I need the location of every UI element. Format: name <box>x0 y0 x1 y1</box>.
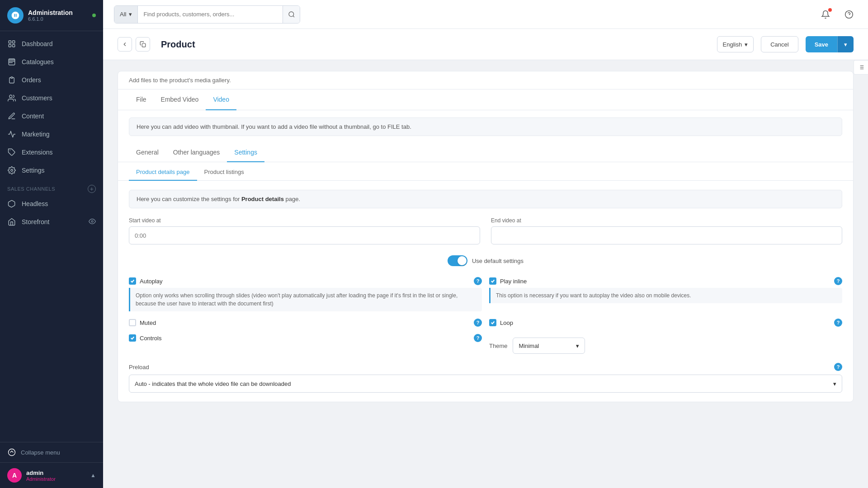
muted-help-icon[interactable]: ? <box>474 319 482 327</box>
language-select[interactable]: English ▾ <box>717 36 754 52</box>
online-indicator <box>92 14 96 17</box>
muted-header: Muted ? <box>129 319 482 327</box>
search-input[interactable] <box>138 6 283 23</box>
tab-product-listings[interactable]: Product listings <box>197 164 251 181</box>
theme-option: Theme Minimal ▾ <box>489 334 842 354</box>
bold-text: Product details <box>241 196 284 202</box>
back-btn[interactable] <box>118 37 132 52</box>
loop-header: Loop ? <box>489 319 842 327</box>
tab-video[interactable]: Video <box>206 89 236 110</box>
sidebar-item-customers[interactable]: Customers <box>0 89 103 107</box>
storefront-eye-icon[interactable] <box>89 218 96 226</box>
notifications-btn[interactable] <box>817 6 834 23</box>
autoplay-desc: Option only works when scrolling through… <box>129 288 482 311</box>
sidebar-item-storefront[interactable]: Storefront <box>0 213 103 231</box>
end-video-input[interactable] <box>491 226 842 244</box>
preload-help-icon[interactable]: ? <box>834 363 842 371</box>
tab-product-details[interactable]: Product details page <box>129 164 197 181</box>
sidebar-item-catalogues[interactable]: Catalogues <box>0 53 103 71</box>
settings-tabs: General Other languages Settings <box>118 143 853 162</box>
sidebar-item-content[interactable]: Content <box>0 107 103 125</box>
default-settings-toggle[interactable] <box>448 255 467 266</box>
controls-help-icon[interactable]: ? <box>474 334 482 342</box>
sidebar-item-headless[interactable]: Headless <box>0 195 103 213</box>
play-inline-option: Play inline ? This option is necessary i… <box>489 277 842 311</box>
tab-general[interactable]: General <box>129 143 166 162</box>
tab-embed-video[interactable]: Embed Video <box>154 89 206 110</box>
sidebar-item-extensions[interactable]: Extensions <box>0 143 103 161</box>
preload-section: Preload ? Auto - indicates that the whol… <box>129 363 842 393</box>
sidebar-item-label: Marketing <box>22 131 49 138</box>
sidebar-header: Administration 6.6.1.0 <box>0 0 103 31</box>
sidebar-item-orders[interactable]: Orders <box>0 71 103 89</box>
topbar-actions <box>817 6 857 23</box>
cancel-button[interactable]: Cancel <box>761 36 798 52</box>
loop-help-icon[interactable]: ? <box>834 319 842 327</box>
controls-checkbox[interactable] <box>129 334 136 342</box>
theme-chevron-icon: ▾ <box>576 343 579 349</box>
notification-badge <box>828 8 832 12</box>
muted-label: Muted <box>140 319 156 326</box>
preload-select[interactable]: Auto - indicates that the whole video fi… <box>129 375 842 393</box>
sidebar-item-marketing[interactable]: Marketing <box>0 125 103 143</box>
play-inline-label: Play inline <box>500 278 527 285</box>
play-inline-help-icon[interactable]: ? <box>834 277 842 285</box>
theme-label: Theme <box>489 343 507 349</box>
svg-rect-2 <box>9 45 11 47</box>
app-logo <box>7 7 24 23</box>
search-btn[interactable] <box>283 6 300 23</box>
autoplay-checkbox[interactable] <box>129 277 136 285</box>
brand-name: Administration <box>28 9 73 16</box>
start-video-input[interactable] <box>129 226 480 244</box>
catalogues-icon <box>7 57 16 66</box>
end-video-field: End video at <box>491 217 842 244</box>
sidebar-item-label: Content <box>22 113 44 120</box>
loop-checkbox[interactable] <box>489 319 496 326</box>
copy-btn[interactable] <box>136 37 150 52</box>
sidebar-item-label: Storefront <box>22 218 49 225</box>
page-title: Product <box>161 39 710 50</box>
muted-checkbox[interactable] <box>129 319 136 326</box>
play-inline-desc: This option is necessary if you want to … <box>489 288 842 303</box>
brand-version: 6.6.1.0 <box>28 16 73 22</box>
svg-point-9 <box>289 12 294 17</box>
save-dropdown-icon: ▾ <box>844 41 847 48</box>
options-grid: Autoplay ? Option only works when scroll… <box>129 277 842 354</box>
scroll-area[interactable]: Add files to the product's media gallery… <box>103 60 868 488</box>
content-icon <box>7 112 16 121</box>
autoplay-help-icon[interactable]: ? <box>474 277 482 285</box>
sidebar-item-settings[interactable]: Settings <box>0 161 103 179</box>
preload-title: Preload <box>129 364 149 371</box>
sidebar-item-dashboard[interactable]: Dashboard <box>0 35 103 53</box>
svg-point-11 <box>845 10 853 18</box>
save-button[interactable]: Save <box>806 36 837 52</box>
search-filter-btn[interactable]: All ▾ <box>114 6 138 23</box>
add-sales-channel-btn[interactable]: + <box>88 185 96 193</box>
play-inline-header: Play inline ? <box>489 277 842 285</box>
headless-icon <box>7 199 16 208</box>
tab-other-languages[interactable]: Other languages <box>166 143 227 162</box>
help-btn[interactable] <box>841 6 857 23</box>
start-video-label: Start video at <box>129 217 480 224</box>
preload-header: Preload ? <box>129 363 842 371</box>
play-inline-checkbox[interactable] <box>489 277 496 285</box>
loop-option: Loop ? <box>489 319 842 327</box>
tab-settings[interactable]: Settings <box>227 143 264 162</box>
user-role: Administrator <box>26 476 86 482</box>
user-section[interactable]: A admin Administrator ▲ <box>0 462 103 488</box>
dashboard-icon <box>7 39 16 48</box>
autoplay-header: Autoplay ? <box>129 277 482 285</box>
right-sidebar-btn[interactable] <box>854 60 868 75</box>
toggle-label: Use default settings <box>472 258 524 264</box>
language-value: English <box>723 41 742 48</box>
svg-point-7 <box>91 221 93 222</box>
sidebar-item-label: Settings <box>22 167 45 174</box>
toggle-knob <box>458 256 467 265</box>
extensions-icon <box>7 148 16 157</box>
tab-file[interactable]: File <box>129 89 154 110</box>
collapse-menu-btn[interactable]: Collapse menu <box>0 442 103 462</box>
sidebar-item-label: Dashboard <box>22 40 53 47</box>
save-dropdown-btn[interactable]: ▾ <box>837 36 854 52</box>
sidebar-item-label: Headless <box>22 200 48 207</box>
theme-select[interactable]: Minimal ▾ <box>513 338 585 354</box>
